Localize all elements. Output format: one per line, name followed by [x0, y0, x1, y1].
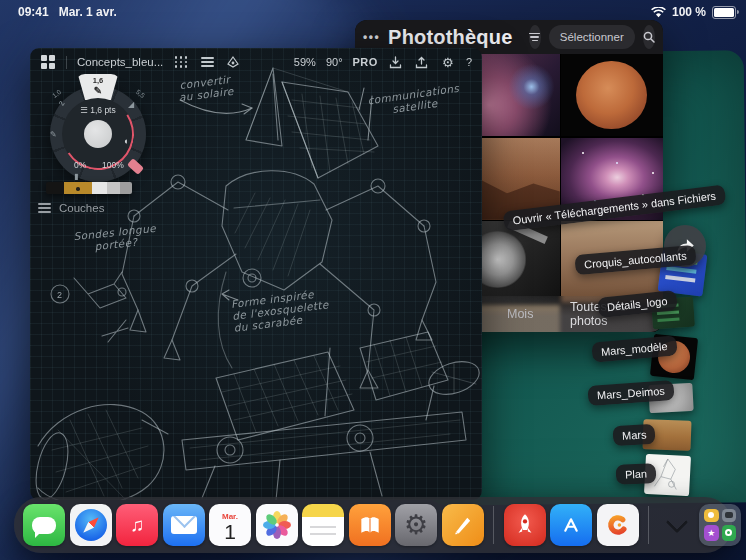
tool-wheel-hub[interactable] [84, 120, 112, 148]
color-swatch-bar[interactable] [46, 182, 132, 194]
shape-pen-icon [226, 55, 240, 69]
stroke-size-label: ☰ 1,6 pts [44, 105, 152, 115]
app-store-a-icon [556, 510, 586, 540]
dock: ♫ Mar. 1 [14, 497, 732, 553]
gear-icon: ⚙ [442, 55, 454, 70]
gallery-grid-icon [41, 55, 55, 69]
layers-label: Couches [59, 202, 104, 214]
export-icon [415, 56, 428, 69]
swatch-gray[interactable] [120, 182, 132, 194]
select-button[interactable]: Sélectionner [549, 25, 635, 49]
pro-badge[interactable]: PRO [353, 56, 378, 68]
sketch-circled-number: 2 [57, 290, 62, 300]
dock-divider [648, 506, 649, 544]
chevron-down-icon [665, 511, 688, 534]
filter-icon [529, 33, 540, 42]
shape-guide-button[interactable] [225, 54, 241, 70]
chat-bubble-icon [32, 517, 56, 534]
layers-menu-button[interactable] [199, 54, 215, 70]
more-menu-button[interactable]: ••• [363, 30, 380, 44]
rotation-value[interactable]: 90° [326, 56, 343, 68]
opacity-max-label: 100% [102, 160, 124, 170]
concepts-window[interactable]: 2 convertir au solaire communications sa… [30, 48, 482, 500]
envelope-icon [171, 516, 197, 534]
dock-app-books[interactable] [349, 504, 391, 546]
dock-app-safari[interactable] [70, 504, 112, 546]
settings-button[interactable]: ⚙ [440, 54, 456, 70]
dock-collapse-button[interactable] [659, 504, 695, 546]
pen-icon [448, 510, 478, 540]
marker-tool-icon[interactable]: ▮ [74, 172, 78, 181]
dock-app-app-store[interactable] [550, 504, 592, 546]
open-book-icon [357, 512, 383, 538]
active-tool-size: 1,6 [93, 76, 103, 85]
dock-app-settings[interactable]: ⚙ [395, 504, 437, 546]
import-icon [389, 56, 402, 69]
concepts-c-icon [603, 510, 633, 540]
wifi-icon [651, 7, 666, 18]
drag-file-label[interactable]: Plan [616, 463, 657, 484]
eraser-tool[interactable] [127, 158, 144, 175]
star-mini-icon: ★ [704, 525, 719, 542]
search-button[interactable] [643, 25, 655, 49]
dock-app-sketch-pen[interactable] [442, 504, 484, 546]
tool-wheel[interactable]: 1,6 ✎ ∿ ◢ ✎ ▮ 1,0 5,5 ☰ 1,6 pts 0% 100% … [44, 74, 152, 192]
note-lines-icon [310, 526, 336, 528]
battery-icon [712, 6, 736, 19]
search-icon [643, 31, 655, 43]
dock-app-concepts[interactable] [597, 504, 639, 546]
dock-app-calendar[interactable]: Mar. 1 [209, 504, 251, 546]
active-swatch-dot [76, 187, 80, 191]
swatch-lightgray[interactable] [107, 182, 120, 194]
help-button[interactable]: ? [466, 56, 472, 68]
opacity-min-label: 0% [74, 160, 86, 170]
tab-months[interactable]: Mois [507, 307, 533, 321]
concepts-toolbar: Concepts_bleu... 59% 90° PRO [30, 48, 482, 76]
swatch-black[interactable] [46, 182, 64, 194]
export-button[interactable] [414, 54, 430, 70]
calendar-day: 1 [224, 521, 236, 543]
dock-divider [493, 506, 494, 544]
music-note-icon: ♫ [130, 514, 144, 536]
rocket-icon [510, 510, 540, 540]
layers-panel-toggle[interactable]: Couches [38, 202, 104, 214]
document-title[interactable]: Concepts_bleu... [77, 56, 163, 68]
dock-app-music[interactable]: ♫ [116, 504, 158, 546]
ball-mini-icon [722, 525, 737, 542]
lightbulb-mini-icon [704, 509, 719, 522]
precision-grid-button[interactable] [173, 54, 189, 70]
dock-app-notes[interactable] [302, 504, 344, 546]
dock-app-messages[interactable] [23, 504, 65, 546]
zoom-level[interactable]: 59% [294, 56, 316, 68]
stacked-lines-icon [201, 57, 214, 67]
dock-app-photos[interactable] [256, 504, 298, 546]
wire-tool-icon[interactable]: ✎ [50, 130, 57, 139]
status-bar: 09:41 Mar. 1 avr. 100 % [0, 0, 746, 24]
drag-file-label[interactable]: Mars [613, 424, 656, 446]
photos-window-title: Photothèque [388, 26, 512, 49]
camera-mini-icon [722, 509, 737, 522]
dock-app-mail[interactable] [163, 504, 205, 546]
status-date[interactable]: Mar. 1 avr. [59, 5, 117, 19]
filter-button[interactable] [529, 25, 541, 49]
right-tool-size: 5,5 [135, 88, 146, 99]
photos-flower-icon [262, 510, 292, 540]
import-button[interactable] [388, 54, 404, 70]
battery-percent: 100 % [672, 5, 706, 19]
layers-icon [38, 203, 51, 213]
status-time[interactable]: 09:41 [18, 5, 49, 19]
gallery-button[interactable] [40, 54, 56, 70]
app-library-grid: ★ [704, 509, 736, 541]
dock-app-rocket[interactable] [504, 504, 546, 546]
dock-app-library[interactable]: ★ [699, 504, 741, 546]
screen: 09:41 Mar. 1 avr. 100 % [0, 0, 746, 560]
photo-thumb-mars-globe[interactable] [561, 54, 663, 136]
gear-icon: ⚙ [404, 512, 428, 539]
contrast-icon: ◐ [124, 136, 129, 146]
dots-grid-icon [175, 56, 188, 67]
compass-icon [75, 509, 107, 541]
swatch-white[interactable] [92, 182, 107, 194]
